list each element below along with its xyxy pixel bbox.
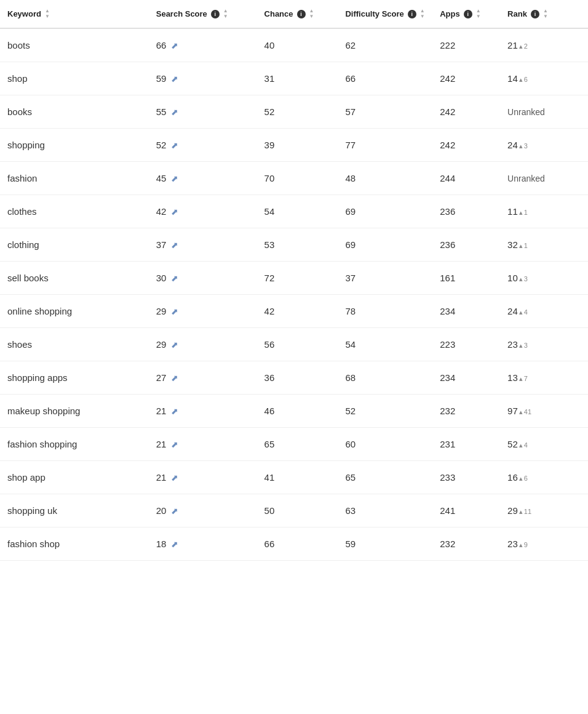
cell-search: 21⬈: [149, 461, 257, 494]
col-header-apps[interactable]: Apps i ▲ ▼: [432, 0, 500, 28]
chance-info-icon[interactable]: i: [297, 10, 306, 18]
cell-rank: 97▴41: [500, 395, 588, 428]
chart-icon[interactable]: ⬈: [171, 539, 178, 549]
cell-difficulty: 78: [338, 295, 432, 328]
cell-difficulty: 52: [338, 395, 432, 428]
sort-up-icon: ▲: [420, 9, 425, 14]
chart-icon[interactable]: ⬈: [171, 140, 178, 150]
cell-apps: 222: [432, 28, 500, 62]
chart-icon[interactable]: ⬈: [171, 307, 178, 316]
rank-delta: 7: [524, 375, 528, 382]
cell-chance: 52: [257, 95, 338, 129]
table-row: boots66⬈406222221▴2: [0, 28, 588, 62]
chart-icon[interactable]: ⬈: [171, 273, 178, 283]
cell-chance: 66: [257, 527, 338, 561]
cell-keyword: fashion shopping: [0, 428, 149, 461]
cell-rank: 23▴3: [500, 328, 588, 361]
chart-icon[interactable]: ⬈: [171, 240, 178, 250]
sort-down-icon: ▼: [45, 14, 50, 19]
chart-icon[interactable]: ⬈: [171, 506, 178, 516]
rank-info-icon[interactable]: i: [531, 10, 539, 18]
chart-icon[interactable]: ⬈: [171, 473, 178, 483]
chart-icon[interactable]: ⬈: [171, 340, 178, 350]
difficulty-info-icon[interactable]: i: [408, 10, 416, 18]
col-header-difficulty[interactable]: Difficulty Score i ▲ ▼: [338, 0, 432, 28]
cell-keyword: fashion shop: [0, 527, 149, 561]
cell-difficulty: 59: [338, 527, 432, 561]
cell-search: 52⬈: [149, 129, 257, 162]
difficulty-sort-arrows[interactable]: ▲ ▼: [420, 9, 425, 19]
unranked-label: Unranked: [507, 107, 545, 117]
cell-search: 29⬈: [149, 295, 257, 328]
cell-chance: 39: [257, 129, 338, 162]
rank-value: 16: [507, 472, 518, 483]
cell-search: 42⬈: [149, 195, 257, 228]
chart-icon[interactable]: ⬈: [171, 373, 178, 383]
search-score-value: 27: [156, 372, 167, 383]
chart-icon[interactable]: ⬈: [171, 74, 178, 84]
search-sort-arrows[interactable]: ▲ ▼: [223, 9, 228, 19]
apps-info-icon[interactable]: i: [464, 10, 472, 18]
chart-icon[interactable]: ⬈: [171, 207, 178, 217]
cell-search: 27⬈: [149, 361, 257, 395]
cell-keyword: boots: [0, 28, 149, 62]
rank-separator: ▴: [519, 475, 523, 483]
search-score-value: 45: [156, 173, 167, 183]
sort-down-icon: ▼: [309, 14, 314, 19]
chart-icon[interactable]: ⬈: [171, 41, 178, 50]
rank-separator: ▴: [519, 42, 523, 50]
cell-chance: 50: [257, 494, 338, 527]
cell-chance: 40: [257, 28, 338, 62]
rank-delta: 2: [524, 42, 528, 50]
col-header-search[interactable]: Search Score i ▲ ▼: [149, 0, 257, 28]
search-score-value: 29: [156, 306, 167, 316]
table-body: boots66⬈406222221▴2shop59⬈316624214▴6boo…: [0, 28, 588, 561]
cell-chance: 36: [257, 361, 338, 395]
col-header-chance[interactable]: Chance i ▲ ▼: [257, 0, 338, 28]
rank-separator: ▴: [519, 441, 523, 449]
chance-sort-arrows[interactable]: ▲ ▼: [309, 9, 314, 19]
table-row: shoes29⬈565422323▴3: [0, 328, 588, 361]
cell-apps: 241: [432, 494, 500, 527]
cell-keyword: sell books: [0, 262, 149, 295]
col-header-rank[interactable]: Rank i ▲ ▼: [500, 0, 588, 28]
keyword-sort-arrows[interactable]: ▲ ▼: [45, 9, 50, 19]
search-info-icon[interactable]: i: [211, 10, 220, 18]
cell-keyword: shopping uk: [0, 494, 149, 527]
chart-icon[interactable]: ⬈: [171, 406, 178, 416]
rank-separator: ▴: [519, 142, 523, 150]
chart-icon[interactable]: ⬈: [171, 174, 178, 183]
chart-icon[interactable]: ⬈: [171, 439, 178, 449]
cell-rank: 10▴3: [500, 262, 588, 295]
cell-rank: 11▴1: [500, 195, 588, 228]
cell-difficulty: 65: [338, 461, 432, 494]
cell-search: 20⬈: [149, 494, 257, 527]
search-score-value: 21: [156, 439, 167, 449]
cell-chance: 41: [257, 461, 338, 494]
rank-delta: 41: [524, 408, 531, 415]
cell-difficulty: 62: [338, 28, 432, 62]
cell-rank: 32▴1: [500, 228, 588, 262]
table-row: online shopping29⬈427823424▴4: [0, 295, 588, 328]
cell-rank: Unranked: [500, 95, 588, 129]
rank-sort-arrows[interactable]: ▲ ▼: [543, 9, 548, 19]
apps-sort-arrows[interactable]: ▲ ▼: [476, 9, 481, 19]
rank-separator: ▴: [519, 275, 523, 283]
rank-value: 13: [507, 372, 518, 383]
keyword-table-container: Keyword ▲ ▼ Search Score i ▲ ▼: [0, 0, 588, 561]
cell-apps: 242: [432, 95, 500, 129]
rank-value: 11: [507, 206, 518, 217]
cell-rank: 29▴11: [500, 494, 588, 527]
cell-rank: 23▴9: [500, 527, 588, 561]
cell-apps: 234: [432, 361, 500, 395]
rank-value: 21: [507, 40, 518, 50]
rank-separator: ▴: [519, 76, 523, 84]
cell-keyword: makeup shopping: [0, 395, 149, 428]
cell-keyword: shopping: [0, 129, 149, 162]
rank-delta: 4: [524, 308, 528, 316]
cell-search: 30⬈: [149, 262, 257, 295]
table-row: books55⬈5257242Unranked: [0, 95, 588, 129]
cell-apps: 161: [432, 262, 500, 295]
col-header-keyword[interactable]: Keyword ▲ ▼: [0, 0, 149, 28]
chart-icon[interactable]: ⬈: [171, 107, 178, 117]
